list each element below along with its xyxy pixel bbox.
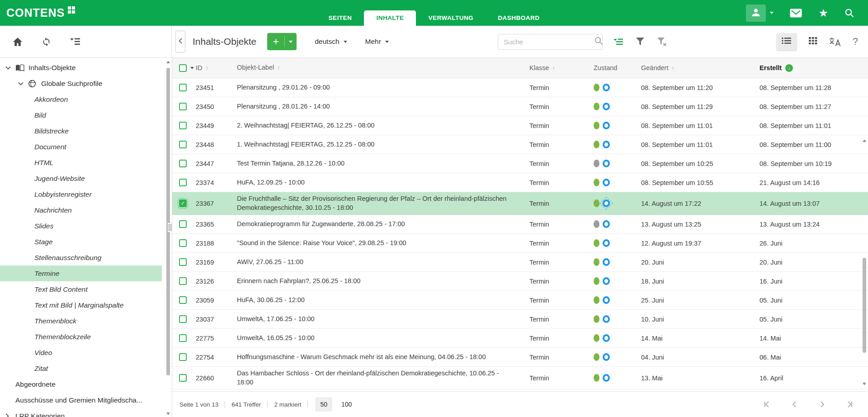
sidebar-item-ausschüsse-und-gremien-mitgliedscha[interactable]: Ausschüsse und Gremien Mitgliedscha... bbox=[0, 392, 162, 408]
row-checkbox[interactable] bbox=[179, 103, 187, 110]
table-row[interactable]: 23367Die Fruchthalle – Sitz der Provisor… bbox=[172, 192, 868, 215]
first-page-icon[interactable] bbox=[763, 401, 771, 408]
page-size-100[interactable]: 100 bbox=[341, 401, 352, 408]
sidebar-item-termine[interactable]: Termine bbox=[0, 265, 162, 281]
language-select[interactable]: deutsch bbox=[315, 38, 347, 46]
row-checkbox[interactable] bbox=[179, 179, 187, 186]
sidebar-scrollbar-thumb[interactable] bbox=[166, 68, 170, 375]
table-row[interactable]: 22775UmweltA, 16.05.25 - 10:00Termin14. … bbox=[172, 329, 868, 348]
sidebar-item-themenblockzeile[interactable]: Themenblockzeile bbox=[0, 329, 162, 345]
global-search-icon[interactable] bbox=[844, 8, 854, 18]
mail-icon[interactable] bbox=[790, 9, 802, 18]
sidebar-item-akkordeon[interactable]: Akkordeon bbox=[0, 91, 162, 107]
row-checkbox[interactable] bbox=[179, 160, 187, 167]
scroll-down-icon[interactable] bbox=[166, 412, 170, 415]
row-checkbox[interactable] bbox=[179, 122, 187, 129]
chevron-down-icon[interactable] bbox=[5, 66, 12, 70]
row-checkbox[interactable] bbox=[179, 199, 187, 207]
sidebar-item-document[interactable]: Document bbox=[0, 139, 162, 155]
table-row[interactable]: 23169AWiV, 27.06.25 - 11:00Termin20. Jun… bbox=[172, 253, 868, 272]
search-icon[interactable] bbox=[594, 37, 603, 47]
clear-filter-icon[interactable] bbox=[657, 37, 667, 46]
filter-funnel-icon[interactable] bbox=[636, 37, 645, 46]
table-row[interactable]: 23059HuFA, 30.06.25 - 12:00Termin25. Jun… bbox=[172, 291, 868, 310]
table-row[interactable]: 23188"Sound in the Silence: Raise Your V… bbox=[172, 234, 868, 253]
tab-seiten[interactable]: SEITEN bbox=[316, 10, 364, 26]
last-page-icon[interactable] bbox=[846, 401, 854, 408]
table-row[interactable]: 23447Test Termin Tatjana, 28.12.26 - 10:… bbox=[172, 154, 868, 173]
create-menu-caret-icon[interactable] bbox=[289, 41, 292, 43]
row-checkbox[interactable] bbox=[179, 296, 187, 304]
user-avatar-button[interactable] bbox=[746, 5, 766, 22]
table-row[interactable]: 23450Plenarsitzung , 28.01.26 - 14:00Ter… bbox=[172, 97, 868, 116]
row-checkbox[interactable] bbox=[179, 141, 187, 148]
search-input[interactable] bbox=[503, 38, 594, 46]
sidebar-item-jugend-website[interactable]: Jugend-Website bbox=[0, 171, 162, 186]
table-row[interactable]: 22754Hoffnungsmaschine - Warum Geschmack… bbox=[172, 348, 868, 367]
tab-dashboard[interactable]: DASHBOARD bbox=[486, 10, 552, 26]
list-view-button[interactable] bbox=[776, 33, 797, 50]
help-icon[interactable]: ? bbox=[853, 36, 858, 47]
sidebar-item-stellenausschreibung[interactable]: Stellenausschreibung bbox=[0, 250, 162, 265]
sidebar-item-video[interactable]: Video bbox=[0, 345, 162, 360]
sidebar-item-text-mit-bild-marginalspalte[interactable]: Text mit Bild | Marginalspalte bbox=[0, 297, 162, 313]
prev-page-icon[interactable] bbox=[791, 401, 798, 408]
favorites-star-icon[interactable]: ★ bbox=[818, 8, 828, 19]
scroll-up-icon[interactable] bbox=[863, 139, 866, 142]
sidebar-item-abgeordnete[interactable]: Abgeordnete bbox=[0, 376, 162, 392]
table-row[interactable]: 23451Plenarsitzung , 29.01.26 - 09:00Ter… bbox=[172, 78, 868, 97]
sidebar-item-lobbyistenregister[interactable]: Lobbyistenregister bbox=[0, 186, 162, 202]
column-header-id[interactable]: ID bbox=[196, 64, 237, 71]
row-checkbox[interactable] bbox=[179, 315, 187, 323]
column-header-zustand[interactable]: Zustand bbox=[594, 64, 641, 71]
row-checkbox[interactable] bbox=[179, 239, 187, 247]
column-header-erstellt[interactable]: Erstellt ↓ bbox=[760, 64, 868, 72]
filter-list-icon[interactable] bbox=[70, 38, 80, 46]
user-menu-caret-icon[interactable] bbox=[770, 12, 774, 14]
table-row[interactable]: 234481. Weihnachtstag| FEIERTAG, 25.12.2… bbox=[172, 135, 868, 154]
sidebar-item-lrp-kategorien[interactable]: LRP Kategorien bbox=[0, 408, 162, 417]
more-menu[interactable]: Mehr bbox=[365, 38, 389, 46]
collapse-sidebar-button[interactable] bbox=[175, 31, 185, 52]
sidebar-item-html[interactable]: HTML bbox=[0, 155, 162, 171]
create-content-button[interactable]: + bbox=[267, 33, 297, 50]
home-icon[interactable] bbox=[13, 37, 23, 47]
row-checkbox[interactable] bbox=[179, 334, 187, 342]
sidebar-item-text-bild-content[interactable]: Text Bild Content bbox=[0, 281, 162, 297]
row-checkbox[interactable] bbox=[179, 258, 187, 266]
next-page-icon[interactable] bbox=[818, 401, 826, 408]
table-scrollbar-thumb[interactable] bbox=[863, 258, 866, 353]
row-checkbox[interactable] bbox=[179, 84, 187, 91]
sidebar-scrollbar[interactable] bbox=[166, 61, 170, 415]
sidebar-item-nachrichten[interactable]: Nachrichten bbox=[0, 202, 162, 218]
translate-icon[interactable] bbox=[829, 37, 841, 47]
table-scrollbar[interactable] bbox=[862, 139, 867, 385]
sidebar-item-slides[interactable]: Slides bbox=[0, 218, 162, 234]
sidebar-item-zitat[interactable]: Zitat bbox=[0, 360, 162, 376]
scroll-up-icon[interactable] bbox=[166, 61, 170, 63]
row-checkbox[interactable] bbox=[179, 374, 187, 382]
tab-inhalte[interactable]: INHALTE bbox=[364, 10, 416, 26]
table-row[interactable]: 23037UmweltA, 17.06.25 - 10:00Termin10. … bbox=[172, 310, 868, 329]
tab-verwaltung[interactable]: VERWALTUNG bbox=[416, 10, 486, 26]
scroll-down-icon[interactable] bbox=[863, 383, 866, 385]
sidebar-item-bildstrecke[interactable]: Bildstrecke bbox=[0, 123, 162, 139]
column-header-objekt-label[interactable]: Objekt-Label bbox=[237, 63, 529, 72]
sidebar-item-stage[interactable]: Stage bbox=[0, 234, 162, 250]
table-row[interactable]: 23365Demokratieprogramm für Zugewanderte… bbox=[172, 215, 868, 234]
row-checkbox[interactable] bbox=[179, 277, 187, 285]
table-row[interactable]: 23374HuFA, 12.09.25 - 10:00Termin08. Sep… bbox=[172, 173, 868, 192]
grid-view-button[interactable] bbox=[809, 37, 817, 46]
sidebar-item-inhalts-objekte[interactable]: Inhalts-Objekte bbox=[0, 60, 162, 76]
table-row[interactable]: 22660Das Hambacher Schloss - Ort der rhe… bbox=[172, 367, 868, 389]
sidebar-item-globale-suchprofile[interactable]: Globale Suchprofile bbox=[0, 76, 162, 91]
select-all-checkbox[interactable] bbox=[179, 64, 187, 72]
table-row[interactable]: 234492. Weihnachtstag| FEIERTAG, 26.12.2… bbox=[172, 116, 868, 135]
table-row[interactable]: 23126Erinnern nach Fahrplan?, 25.06.25 -… bbox=[172, 272, 868, 291]
column-header-geaendert[interactable]: Geändert bbox=[641, 64, 760, 71]
row-checkbox[interactable] bbox=[179, 220, 187, 228]
saved-filters-icon[interactable] bbox=[613, 38, 623, 46]
select-menu-caret-icon[interactable] bbox=[190, 67, 194, 69]
column-header-klasse[interactable]: Klasse bbox=[529, 64, 594, 71]
chevron-down-icon[interactable] bbox=[18, 82, 24, 85]
